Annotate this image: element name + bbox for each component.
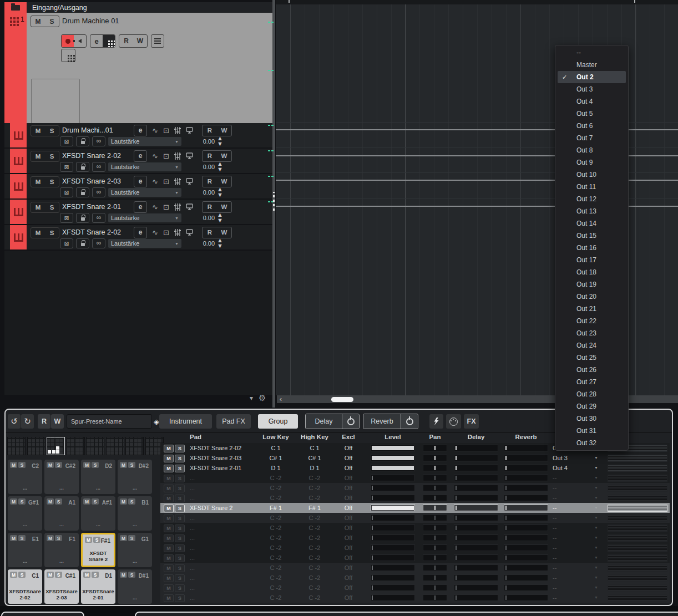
row-solo-button[interactable]: S [175,544,185,552]
fx-button[interactable]: FX [464,414,479,429]
pad-solo-button[interactable]: S [128,572,135,578]
menu-item[interactable]: ✓ Master [558,59,626,71]
reverb-slider[interactable] [504,485,548,491]
row-high-key[interactable]: C -2 [298,554,331,561]
delay-power-button[interactable] [342,414,359,429]
monitor-output-icon[interactable] [186,127,193,134]
drum-pad[interactable]: M S C#2 ... [44,460,79,494]
menu-item[interactable]: ✓ Out 30 [558,413,626,425]
level-slider[interactable] [371,495,415,501]
row-solo-button[interactable]: S [175,455,185,462]
drum-pad[interactable]: M S F1 ... [44,533,79,567]
row-excl[interactable]: Off [335,584,362,591]
monitor-output-icon[interactable] [186,203,193,210]
row-excl[interactable]: Off [335,505,362,511]
row-solo-button[interactable]: S [175,564,185,572]
tab-pad-fx[interactable]: Pad FX [216,414,251,429]
row-excl[interactable]: Off [335,534,362,541]
row-low-key[interactable]: C# 1 [259,455,292,461]
scrollbar-thumb[interactable] [331,397,353,402]
row-excl[interactable]: Off [335,574,362,581]
inserts-icon[interactable]: ⊡ [163,203,169,211]
reverb-slider[interactable] [504,564,548,571]
inserts-icon[interactable]: ⊡ [163,152,169,160]
bypass-button[interactable]: ⊠ [60,238,73,248]
bypass-button[interactable]: ⊠ [60,162,73,172]
track-row[interactable]: M S XFSDT Snare 2-03 e ∿ ⊡ [4,174,272,200]
pad-solo-button[interactable]: S [128,462,135,468]
edit-channel-button[interactable]: e [134,176,147,187]
menu-item[interactable]: ✓ Out 9 [558,156,626,169]
row-high-key[interactable]: C -2 [298,485,331,491]
pan-slider[interactable] [423,564,447,571]
drum-pad[interactable]: M S C#1 XFSDTSnare 2-03 [44,569,79,604]
redo-button[interactable]: ↻ [21,414,34,429]
read-automation-button[interactable]: R [38,414,50,429]
pad-mute-button[interactable]: M [47,535,54,541]
row-solo-button[interactable]: S [175,554,185,562]
edit-channel-button[interactable]: e [134,150,147,162]
level-slider[interactable] [371,475,415,481]
row-low-key[interactable]: C -2 [259,544,292,551]
output-select[interactable]: -- ▼ [553,505,600,511]
pattern-page-thumbnail-selected[interactable] [47,437,65,455]
delay-slider[interactable] [454,445,498,451]
table-row[interactable]: M S ... C -2 C -2 Off -- ▼ [160,543,670,553]
delay-slider[interactable] [454,475,498,481]
level-slider[interactable] [371,505,415,511]
monitor-output-icon[interactable] [186,178,193,185]
table-row[interactable]: M S ... C -2 C -2 Off -- ▼ [160,573,670,583]
row-mute-button[interactable]: M [164,465,174,472]
track-name[interactable]: Drum Machine 01 [62,17,119,25]
channel-strip-icon[interactable] [174,229,181,236]
row-low-key[interactable]: C -2 [259,584,292,591]
row-mute-button[interactable]: M [164,564,174,572]
output-select[interactable]: -- ▼ [553,485,600,491]
pad-mute-button[interactable]: M [10,498,17,505]
row-excl[interactable]: Off [335,554,362,561]
delay-slider[interactable] [454,564,498,571]
delay-slider[interactable] [454,544,498,551]
row-excl[interactable]: Off [335,525,362,531]
level-slider[interactable] [371,445,415,451]
scroll-left-arrow[interactable]: ‹ [277,395,285,403]
solo-button[interactable]: S [45,153,59,160]
level-slider[interactable] [371,594,415,601]
pattern-page-thumbnail[interactable] [106,437,124,455]
value-spinner[interactable]: ▲▼ [217,136,223,147]
output-select[interactable]: -- ▼ [553,584,600,591]
lock-button[interactable] [76,162,89,172]
read-automation-button[interactable]: R [203,227,217,238]
delay-slider[interactable] [454,554,498,561]
pan-slider[interactable] [423,465,447,471]
delay-slider[interactable] [454,455,498,461]
drum-pad[interactable]: M S F#1 XFSDT Snare 2 [81,533,115,567]
parameter-select[interactable]: Lautstärke ▼ [108,213,181,222]
lock-button[interactable] [76,136,89,146]
row-excl[interactable]: Off [335,475,362,481]
pad-solo-button[interactable]: S [128,535,135,541]
pad-mute-button[interactable]: M [120,572,127,578]
row-low-key[interactable]: C -2 [259,594,292,601]
row-low-key[interactable]: C -2 [259,495,292,501]
channel-strip-icon[interactable] [174,203,181,211]
row-solo-button[interactable]: S [175,505,185,512]
menu-item[interactable]: ✓ Out 11 [558,181,626,193]
delay-slider[interactable] [454,594,498,601]
pad-mute-button[interactable]: M [120,462,127,468]
row-high-key[interactable]: C -2 [298,525,331,531]
drum-machine-track[interactable]: 1 M S Drum Machine 01 e R W [4,13,272,123]
edit-channel-button[interactable]: e [134,125,147,136]
track-preset-field[interactable]: ◈ [67,414,152,429]
mute-button[interactable]: M [31,153,45,160]
row-high-key[interactable]: C -2 [298,544,331,551]
drum-pad[interactable]: M S D1 XFSDTSnare 2-01 [81,569,115,604]
table-row[interactable]: M S ... C -2 C -2 Off -- ▼ [160,563,670,573]
read-automation-button[interactable]: R [203,151,217,161]
row-high-key[interactable]: C -2 [298,534,331,541]
row-mute-button[interactable]: M [164,515,174,522]
drum-pad[interactable]: M S D#2 ... [118,460,152,494]
track-name[interactable]: XFSDT Snare 2-01 [62,203,121,211]
row-solo-button[interactable]: S [175,574,185,582]
output-select[interactable]: -- ▼ [553,495,600,501]
